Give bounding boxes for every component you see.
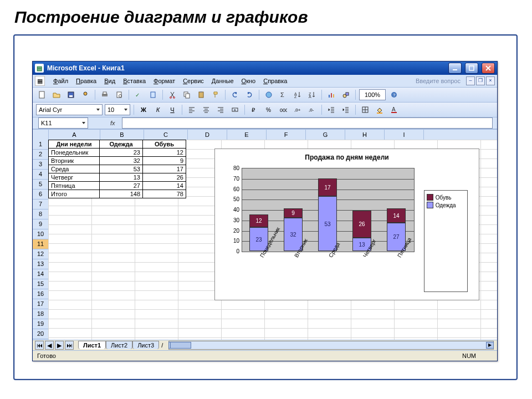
- col-header-I[interactable]: I: [385, 130, 424, 140]
- col-header-A[interactable]: A: [49, 130, 100, 140]
- sheet-tab-Лист2[interactable]: Лист2: [106, 341, 132, 349]
- select-all-corner[interactable]: [33, 130, 49, 140]
- col-header-C[interactable]: C: [144, 130, 188, 140]
- menu-файл[interactable]: Файл: [49, 76, 72, 85]
- cell[interactable]: 13: [100, 173, 143, 182]
- table-header[interactable]: Одежда: [100, 140, 143, 149]
- font-size-combo[interactable]: 10: [105, 104, 130, 115]
- tab-nav-next-icon[interactable]: ▶: [55, 341, 64, 350]
- table-row-total[interactable]: Итого14878: [49, 190, 186, 198]
- row-header-10[interactable]: 10: [33, 229, 48, 239]
- italic-icon[interactable]: К: [152, 104, 164, 116]
- spelling-icon[interactable]: ✓: [132, 89, 145, 101]
- row-header-14[interactable]: 14: [33, 269, 48, 279]
- row-header-6[interactable]: 6: [33, 190, 48, 200]
- zoom-combo[interactable]: 100%: [359, 89, 386, 100]
- minimize-button[interactable]: [448, 63, 462, 74]
- cell[interactable]: 12: [143, 149, 186, 157]
- sort-asc-icon[interactable]: AZ: [291, 89, 304, 101]
- paste-icon[interactable]: [195, 89, 207, 101]
- row-header-4[interactable]: 4: [33, 170, 48, 180]
- increase-decimal-icon[interactable]: ,0+: [291, 104, 304, 116]
- sheet-tab-Лист1[interactable]: Лист1: [78, 341, 106, 349]
- merge-center-icon[interactable]: a: [229, 104, 241, 116]
- table-row[interactable]: Пятница2714: [49, 182, 186, 190]
- doc-minimize-button[interactable]: –: [466, 76, 475, 85]
- table-row[interactable]: Вторник329: [49, 157, 186, 165]
- format-painter-icon[interactable]: [209, 89, 222, 101]
- row-header-20[interactable]: 20: [33, 329, 48, 339]
- align-center-icon[interactable]: [200, 104, 212, 116]
- comma-icon[interactable]: 000: [277, 104, 289, 116]
- permission-icon[interactable]: [79, 89, 91, 101]
- fx-icon[interactable]: fx: [110, 120, 115, 126]
- menu-вставка[interactable]: Вставка: [119, 76, 150, 85]
- drawing-icon[interactable]: [340, 89, 352, 101]
- increase-indent-icon[interactable]: [340, 104, 352, 116]
- new-icon[interactable]: [36, 89, 48, 101]
- row-header-12[interactable]: 12: [33, 249, 48, 259]
- close-button[interactable]: [482, 63, 495, 74]
- cell[interactable]: 53: [100, 165, 143, 173]
- menu-справка[interactable]: Справка: [259, 76, 291, 85]
- row-header-16[interactable]: 16: [33, 289, 48, 299]
- borders-icon[interactable]: [359, 104, 371, 116]
- decrease-indent-icon[interactable]: [325, 104, 337, 116]
- cell[interactable]: Понедельник: [49, 149, 100, 157]
- horizontal-scrollbar[interactable]: ◀ ▶: [168, 341, 494, 350]
- chart-wizard-icon[interactable]: [325, 89, 337, 101]
- help-search[interactable]: Введите вопрос: [413, 78, 463, 84]
- row-header-19[interactable]: 19: [33, 319, 48, 329]
- decrease-decimal-icon[interactable]: ,0-: [306, 104, 318, 116]
- row-header-18[interactable]: 18: [33, 309, 48, 319]
- cell[interactable]: Пятница: [49, 182, 100, 190]
- redo-icon[interactable]: [243, 89, 255, 101]
- print-icon[interactable]: [99, 89, 111, 101]
- table-row[interactable]: Понедельник2312: [49, 149, 186, 157]
- menu-окно[interactable]: Окно: [238, 76, 260, 85]
- maximize-button[interactable]: [465, 63, 478, 74]
- align-right-icon[interactable]: [214, 104, 227, 116]
- font-color-icon[interactable]: A: [388, 104, 400, 116]
- underline-icon[interactable]: Ч: [166, 104, 178, 116]
- doc-restore-button[interactable]: ❐: [476, 76, 485, 85]
- row-header-15[interactable]: 15: [33, 279, 48, 289]
- row-header-2[interactable]: 2: [33, 150, 48, 160]
- embedded-chart[interactable]: Продажа по дням недели 01020304050607080…: [214, 149, 479, 300]
- col-header-F[interactable]: F: [267, 130, 306, 140]
- table-row[interactable]: Четверг1326: [49, 173, 186, 182]
- row-header-9[interactable]: 9: [33, 219, 48, 229]
- cut-icon[interactable]: [166, 89, 178, 101]
- cell[interactable]: Итого: [49, 190, 100, 198]
- cell[interactable]: 14: [143, 182, 186, 190]
- menu-формат[interactable]: Формат: [150, 76, 179, 85]
- tab-nav-prev-icon[interactable]: ◀: [45, 341, 54, 350]
- autosum-icon[interactable]: Σ: [277, 89, 289, 101]
- cell[interactable]: 27: [100, 182, 143, 190]
- worksheet-grid[interactable]: ABCDEFGHI 123456789101112131415161718192…: [33, 129, 497, 340]
- currency-icon[interactable]: ₽: [248, 104, 260, 116]
- cell[interactable]: 9: [143, 157, 186, 165]
- row-header-17[interactable]: 17: [33, 299, 48, 309]
- bold-icon[interactable]: Ж: [137, 104, 150, 116]
- percent-icon[interactable]: %: [263, 104, 275, 116]
- cell[interactable]: Вторник: [49, 157, 100, 165]
- menu-сервис[interactable]: Сервис: [179, 76, 208, 85]
- col-header-B[interactable]: B: [100, 130, 144, 140]
- table-header[interactable]: Обувь: [143, 140, 186, 149]
- col-header-H[interactable]: H: [345, 130, 385, 140]
- cell[interactable]: Среда: [49, 165, 100, 173]
- tab-nav-last-icon[interactable]: ⏭: [65, 341, 74, 350]
- sort-desc-icon[interactable]: ZA: [306, 89, 318, 101]
- row-header-3[interactable]: 3: [33, 160, 48, 170]
- menu-правка[interactable]: Правка: [72, 76, 100, 85]
- align-left-icon[interactable]: [186, 104, 198, 116]
- col-header-G[interactable]: G: [306, 130, 345, 140]
- fill-color-icon[interactable]: [374, 104, 386, 116]
- tab-nav-first-icon[interactable]: ⏮: [35, 341, 44, 350]
- cell[interactable]: 17: [143, 165, 186, 173]
- scroll-right-icon[interactable]: ▶: [486, 342, 494, 349]
- row-header-7[interactable]: 7: [33, 200, 48, 209]
- doc-close-button[interactable]: ×: [486, 76, 495, 85]
- sheet-tab-Лист3[interactable]: Лист3: [132, 341, 159, 349]
